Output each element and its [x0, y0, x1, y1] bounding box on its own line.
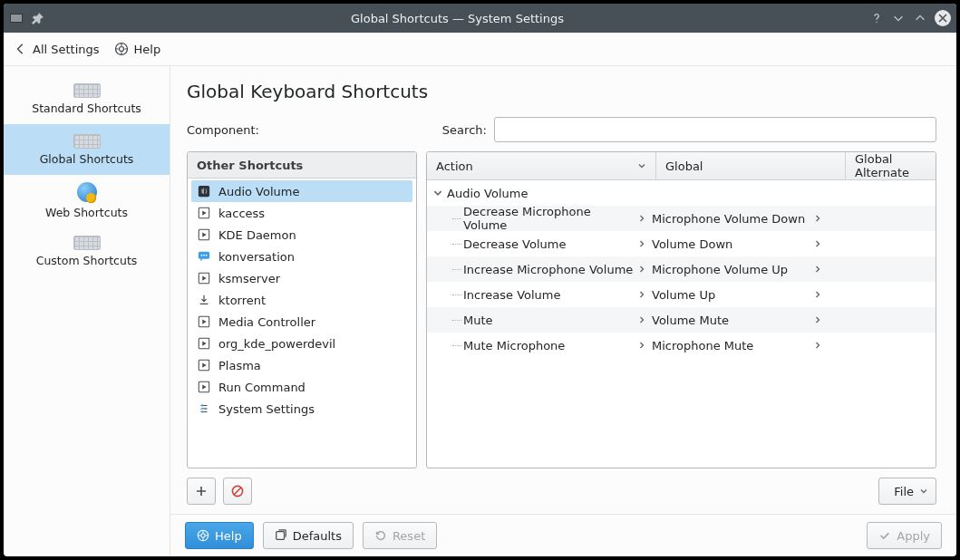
component-item-label: org_kde_powerdevil — [218, 337, 335, 351]
reset-button-label: Reset — [393, 529, 425, 543]
add-button[interactable] — [187, 478, 216, 505]
search-label: Search: — [442, 123, 487, 137]
file-label: File — [894, 485, 914, 498]
maximize-icon[interactable] — [913, 11, 927, 25]
sidebar-item-label: Global Shortcuts — [40, 152, 134, 166]
app-icon — [9, 11, 24, 25]
component-item[interactable]: konversation — [191, 246, 412, 267]
component-item[interactable]: Audio Volume — [191, 180, 412, 202]
action-row[interactable]: Decrease Microphone VolumeMicrophone Vol… — [427, 206, 936, 231]
action-cell: Increase Volume — [463, 288, 561, 302]
action-group-header[interactable]: Audio Volume — [427, 180, 936, 206]
sidebar-item-custom-shortcuts[interactable]: Custom Shortcuts — [4, 226, 170, 276]
svg-point-9 — [201, 255, 203, 256]
global-cell: Microphone Volume Up — [652, 263, 788, 276]
component-item[interactable]: System Settings — [191, 398, 412, 420]
play-icon — [197, 380, 211, 394]
footer: Help Defaults Reset Apply — [170, 514, 956, 556]
component-item[interactable]: kaccess — [191, 202, 412, 224]
action-cell: Decrease Microphone Volume — [463, 205, 637, 232]
action-cell: Decrease Volume — [463, 237, 566, 251]
action-row[interactable]: Increase VolumeVolume Up — [427, 282, 936, 307]
component-item[interactable]: Media Controller — [191, 311, 412, 333]
component-item-label: Run Command — [218, 381, 305, 394]
minimize-icon[interactable] — [891, 11, 906, 25]
toolbar: All Settings Help — [4, 33, 956, 66]
component-item-label: ksmserver — [218, 272, 280, 285]
svg-point-17 — [201, 404, 203, 406]
chat-icon — [197, 249, 211, 264]
global-cell: Microphone Mute — [652, 339, 753, 352]
remove-button[interactable] — [223, 478, 252, 505]
svg-point-2 — [876, 22, 877, 23]
toolbar-help[interactable]: Help — [114, 42, 161, 56]
component-item[interactable]: ksmserver — [191, 267, 412, 289]
play-icon — [197, 227, 211, 242]
global-cell: Volume Mute — [652, 314, 729, 327]
column-global[interactable]: Global — [656, 152, 846, 179]
keyboard-icon — [73, 236, 101, 250]
action-row[interactable]: MuteVolume Mute — [427, 307, 936, 333]
all-settings-label: All Settings — [33, 43, 100, 56]
component-item[interactable]: ktorrent — [191, 289, 412, 311]
component-item[interactable]: Run Command — [191, 376, 412, 398]
column-global-label: Global — [665, 159, 703, 173]
keyboard-icon — [73, 83, 101, 98]
svg-point-10 — [203, 255, 205, 256]
column-alternate[interactable]: Global Alternate — [846, 152, 936, 179]
global-cell: Volume Down — [652, 237, 732, 251]
svg-point-19 — [201, 410, 203, 412]
main: Global Keyboard Shortcuts Component: Sea… — [170, 66, 956, 556]
global-cell: Volume Up — [652, 288, 715, 302]
help-button[interactable]: Help — [185, 522, 254, 549]
component-item[interactable]: org_kde_powerdevil — [191, 333, 412, 354]
file-menu-button[interactable]: File — [878, 478, 936, 505]
window-title: Global Shortcuts — System Settings — [45, 12, 869, 25]
component-item-label: ktorrent — [218, 294, 266, 307]
apply-button[interactable]: Apply — [867, 522, 942, 549]
help-icon[interactable] — [869, 11, 884, 25]
component-item[interactable]: KDE Daemon — [191, 224, 412, 246]
action-row[interactable]: Decrease VolumeVolume Down — [427, 231, 936, 256]
component-label: Component: — [187, 123, 259, 137]
defaults-button-label: Defaults — [293, 529, 342, 543]
component-list-header: Other Shortcuts — [188, 152, 416, 179]
column-alternate-label: Global Alternate — [855, 152, 926, 179]
sidebar-item-standard-shortcuts[interactable]: Standard Shortcuts — [4, 73, 170, 124]
column-action[interactable]: Action — [427, 152, 656, 179]
component-item-label: Audio Volume — [218, 185, 299, 198]
global-cell: Microphone Volume Down — [652, 212, 805, 226]
sidebar-item-label: Web Shortcuts — [45, 206, 128, 219]
defaults-button[interactable]: Defaults — [263, 522, 354, 549]
apply-button-label: Apply — [897, 529, 930, 543]
component-search-row: Component: Search: — [187, 117, 936, 142]
action-group-label: Audio Volume — [447, 187, 528, 200]
action-row[interactable]: Mute MicrophoneMicrophone Mute — [427, 333, 936, 358]
sidebar-item-web-shortcuts[interactable]: Web Shortcuts — [4, 175, 170, 226]
action-row[interactable]: Increase Microphone VolumeMicrophone Vol… — [427, 256, 936, 282]
reset-button[interactable]: Reset — [363, 522, 437, 549]
action-cell: Mute Microphone — [463, 339, 565, 352]
sidebar-item-label: Custom Shortcuts — [36, 254, 138, 267]
action-table-header: Action Global Global Alternate — [427, 152, 936, 180]
component-item[interactable]: Plasma — [191, 354, 412, 376]
keyboard-icon — [73, 134, 101, 149]
help-button-label: Help — [215, 529, 242, 543]
play-icon — [197, 314, 211, 329]
close-icon[interactable] — [935, 10, 951, 26]
app-window: Global Shortcuts — System Settings All S… — [4, 4, 956, 556]
sidebar-item-global-shortcuts[interactable]: Global Shortcuts — [4, 124, 170, 175]
action-table: Action Global Global Alternate — [426, 151, 936, 468]
download-icon — [197, 293, 211, 307]
play-icon — [197, 336, 211, 351]
svg-point-4 — [119, 47, 123, 52]
action-cell: Mute — [463, 314, 493, 327]
svg-rect-1 — [11, 14, 22, 22]
search-input[interactable] — [494, 117, 936, 142]
pin-icon[interactable] — [31, 11, 45, 25]
play-icon — [197, 206, 211, 220]
body: Standard Shortcuts Global Shortcuts Web … — [4, 66, 956, 556]
back-all-settings[interactable]: All Settings — [15, 43, 100, 56]
toolbar-help-label: Help — [134, 43, 161, 56]
component-item-label: Media Controller — [218, 315, 315, 329]
